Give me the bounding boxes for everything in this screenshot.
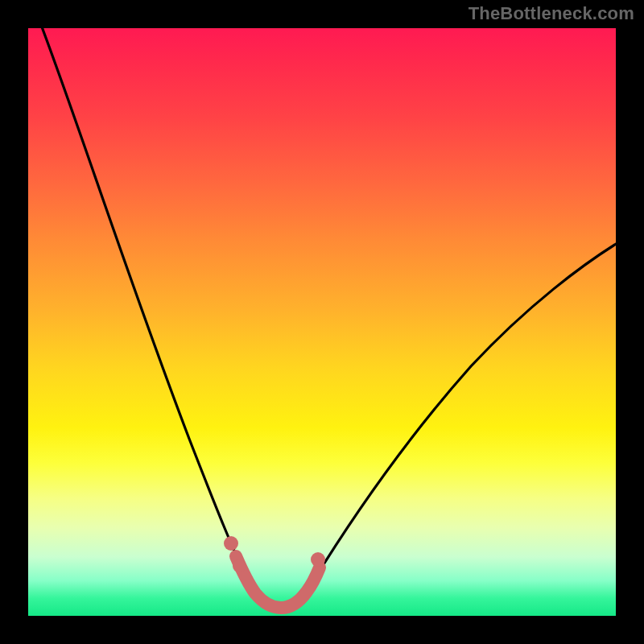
trough-dot-left-lower	[233, 559, 246, 572]
trough-overlay	[236, 556, 320, 608]
bottleneck-curve	[36, 28, 616, 606]
watermark-text: TheBottleneck.com	[469, 3, 634, 24]
plot-area	[28, 28, 616, 616]
curve-layer	[28, 28, 616, 616]
trough-dot-right	[311, 552, 325, 567]
chart-stage: TheBottleneck.com	[0, 0, 644, 644]
trough-dot-left-upper	[224, 536, 238, 551]
